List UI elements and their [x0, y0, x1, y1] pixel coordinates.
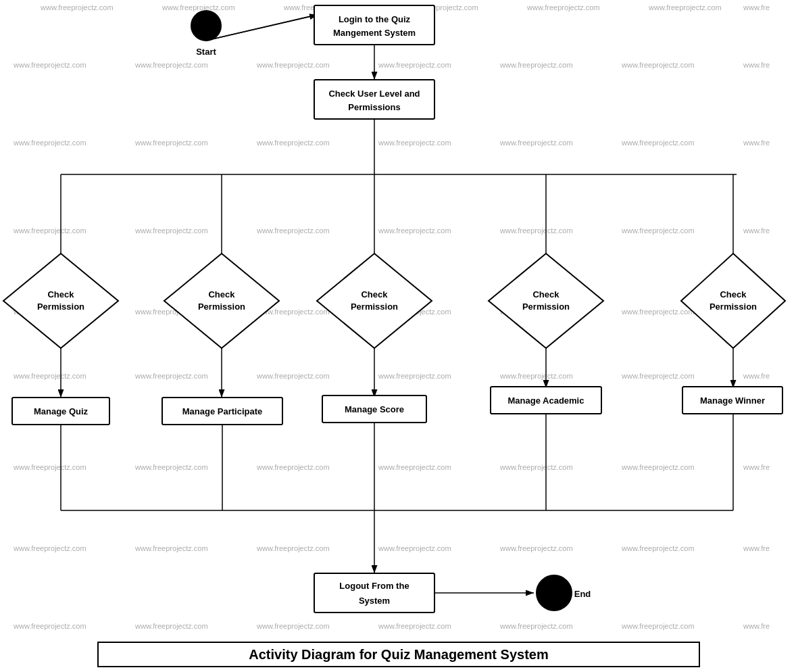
manage-participate-text: Manage Participate [182, 406, 263, 416]
wm-r8-3: www.freeprojectz.com [256, 544, 330, 552]
wm-r3-7: www.fre [743, 139, 770, 147]
arrow-start-login [206, 15, 318, 41]
wm-r6-3: www.freeprojectz.com [256, 372, 330, 380]
wm-row2-7: www.fre [743, 61, 770, 69]
manage-score-text: Manage Score [345, 404, 404, 414]
check-perm1-node [3, 254, 118, 348]
wm-r3-2: www.freeprojectz.com [134, 139, 208, 147]
logout-text2: System [359, 596, 390, 606]
check-user-text2: Permissions [348, 102, 400, 112]
wm-r3-5: www.freeprojectz.com [499, 139, 573, 147]
wm-r4-3: www.freeprojectz.com [256, 226, 330, 235]
wm-r6-2: www.freeprojectz.com [134, 372, 208, 380]
wm-1: www.freeprojectz.com [40, 3, 114, 11]
wm-r9-6: www.freeprojectz.com [621, 622, 695, 630]
logout-text1: Logout From the [339, 581, 409, 591]
check-perm4-node [489, 254, 603, 348]
wm-r8-6: www.freeprojectz.com [621, 544, 695, 552]
start-label: Start [196, 47, 216, 57]
wm-6: www.freeprojectz.com [648, 3, 722, 11]
check-perm5-text1: Check [720, 289, 747, 299]
start-node [191, 11, 221, 41]
wm-r3-3: www.freeprojectz.com [256, 139, 330, 147]
wm-r7-6: www.freeprojectz.com [621, 463, 695, 471]
wm-r3-6: www.freeprojectz.com [621, 139, 695, 147]
wm-row2-4: www.freeprojectz.com [378, 61, 451, 69]
wm-r7-1: www.freeprojectz.com [13, 463, 86, 471]
end-label: End [574, 589, 591, 599]
wm-r4-1: www.freeprojectz.com [13, 226, 86, 235]
wm-r4-2: www.freeprojectz.com [134, 226, 208, 235]
wm-r9-5: www.freeprojectz.com [499, 622, 573, 630]
wm-r7-7: www.fre [743, 463, 770, 471]
wm-r7-3: www.freeprojectz.com [256, 463, 330, 471]
wm-r9-7: www.fre [743, 622, 770, 630]
wm-r4-6: www.freeprojectz.com [621, 226, 695, 235]
check-perm3-node [317, 254, 432, 348]
login-text-line1: Login to the Quiz [339, 14, 411, 24]
wm-r9-3: www.freeprojectz.com [256, 622, 330, 630]
wm-r8-5: www.freeprojectz.com [499, 544, 573, 552]
wm-r9-2: www.freeprojectz.com [134, 622, 208, 630]
end-node [537, 575, 572, 610]
check-perm4-text2: Permission [522, 302, 570, 312]
diagram-container: www.freeprojectz.com www.freeprojectz.co… [0, 0, 796, 672]
wm-r5-6: www.freeprojectz.com [621, 308, 695, 316]
check-user-text1: Check User Level and [328, 89, 420, 99]
check-user-level-node [314, 80, 434, 119]
logout-node [314, 573, 434, 613]
check-perm3-text1: Check [361, 289, 388, 299]
check-perm1-text1: Check [47, 289, 74, 299]
check-perm2-text1: Check [208, 289, 235, 299]
manage-quiz-text: Manage Quiz [34, 406, 89, 416]
wm-r9-4: www.freeprojectz.com [378, 622, 451, 630]
wm-2: www.freeprojectz.com [161, 3, 235, 11]
wm-r3-1: www.freeprojectz.com [13, 139, 86, 147]
wm-row2-1: www.freeprojectz.com [13, 61, 86, 69]
wm-r6-4: www.freeprojectz.com [378, 372, 451, 380]
activity-diagram: www.freeprojectz.com www.freeprojectz.co… [0, 0, 796, 672]
wm-r6-7: www.fre [743, 372, 770, 380]
check-perm5-text2: Permission [710, 302, 757, 312]
wm-r8-7: www.fre [743, 544, 770, 552]
wm-r7-2: www.freeprojectz.com [134, 463, 208, 471]
check-perm4-text1: Check [532, 289, 559, 299]
wm-r9-1: www.freeprojectz.com [13, 622, 86, 630]
wm-r6-5: www.freeprojectz.com [499, 372, 573, 380]
wm-r7-5: www.freeprojectz.com [499, 463, 573, 471]
wm-r3-4: www.freeprojectz.com [378, 139, 451, 147]
wm-r8-2: www.freeprojectz.com [134, 544, 208, 552]
wm-r8-4: www.freeprojectz.com [378, 544, 451, 552]
wm-row2-2: www.freeprojectz.com [134, 61, 208, 69]
wm-r4-4: www.freeprojectz.com [378, 226, 451, 235]
wm-r6-1: www.freeprojectz.com [13, 372, 86, 380]
diagram-title: Activity Diagram for Quiz Management Sys… [249, 647, 548, 662]
manage-academic-text: Manage Academic [508, 395, 584, 406]
wm-r6-6: www.freeprojectz.com [621, 372, 695, 380]
wm-row2-5: www.freeprojectz.com [499, 61, 573, 69]
manage-winner-text: Manage Winner [700, 395, 765, 406]
wm-row2-3: www.freeprojectz.com [256, 61, 330, 69]
check-perm1-text2: Permission [37, 302, 84, 312]
check-perm5-node [681, 254, 785, 348]
check-perm3-text2: Permission [351, 302, 398, 312]
check-perm2-text2: Permission [198, 302, 245, 312]
wm-row2-6: www.freeprojectz.com [621, 61, 695, 69]
wm-7: www.fre [743, 3, 770, 11]
wm-r4-7: www.fre [743, 226, 770, 235]
wm-r8-1: www.freeprojectz.com [13, 544, 86, 552]
wm-5: www.freeprojectz.com [526, 3, 600, 11]
login-text-line2: Mangement System [333, 28, 416, 38]
login-node [314, 5, 434, 45]
check-perm2-node [164, 254, 279, 348]
wm-r7-4: www.freeprojectz.com [378, 463, 451, 471]
wm-r4-5: www.freeprojectz.com [499, 226, 573, 235]
